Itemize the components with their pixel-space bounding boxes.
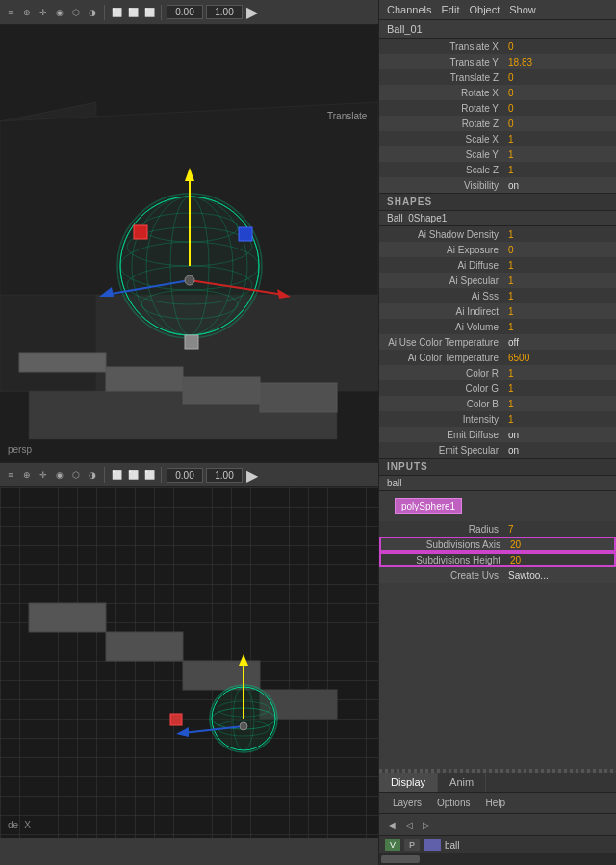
menu-icon-2[interactable]: ≡ (4, 468, 17, 482)
show-menu[interactable]: Show (509, 4, 536, 15)
options-subtab[interactable]: Options (429, 796, 477, 810)
edit-menu[interactable]: Edit (441, 4, 459, 15)
rotate-y-row: Rotate Y 0 (379, 100, 616, 116)
color-b-value: 1 (504, 399, 616, 409)
shapes-table: Ai Shadow Density 1 Ai Exposure 0 Ai Dif… (379, 226, 616, 458)
shapes-sub-header: Ball_0Shape1 (379, 211, 616, 226)
color-b-label: Color B (379, 399, 504, 409)
ai-diffuse-value: 1 (504, 260, 616, 271)
svg-marker-46 (239, 654, 248, 666)
shapes-header: SHAPES (379, 193, 616, 211)
scrollbar-thumb[interactable] (381, 855, 420, 863)
viewport-3d: Translate (0, 25, 378, 462)
shade-icon-2[interactable]: ◑ (86, 468, 99, 482)
move-icon[interactable]: ✛ (37, 6, 50, 19)
ai-specular-label: Ai Specular (379, 275, 504, 286)
svg-point-50 (240, 722, 247, 730)
select-icon[interactable]: ⊕ (20, 6, 34, 19)
svg-marker-48 (176, 727, 189, 737)
channels-menu[interactable]: Channels (387, 4, 431, 15)
color-b-row: Color B 1 (379, 396, 616, 411)
ai-exposure-value: 0 (504, 245, 616, 255)
camera-icon[interactable]: ◉ (53, 6, 66, 19)
num-input-4[interactable] (206, 468, 243, 483)
svg-rect-11 (183, 377, 260, 404)
intensity-label: Intensity (379, 414, 504, 425)
color-g-label: Color G (379, 383, 504, 394)
ai-volume-label: Ai Volume (379, 322, 504, 332)
radius-value: 7 (504, 524, 616, 535)
display-tab[interactable]: Display (379, 773, 438, 792)
render-icon-2[interactable]: ▶ (245, 468, 259, 482)
svg-point-34 (185, 275, 194, 285)
num-input-3[interactable] (167, 468, 203, 483)
wireframe-icon[interactable]: ⬡ (69, 6, 83, 19)
inputs-name: ball (379, 476, 616, 491)
inputs-header: INPUTS (379, 458, 616, 476)
color-r-label: Color R (379, 368, 504, 379)
visibility-value: on (504, 180, 616, 191)
tool1[interactable]: ⬜ (110, 6, 123, 19)
render-icon[interactable]: ▶ (245, 6, 259, 19)
scale-z-value: 1 (504, 165, 616, 175)
svg-rect-35 (29, 603, 106, 632)
help-subtab[interactable]: Help (477, 796, 513, 810)
scale-x-value: 1 (504, 134, 616, 144)
ai-sss-value: 1 (504, 291, 616, 301)
radius-row: Radius 7 (379, 521, 616, 537)
poly-sphere-button[interactable]: polySphere1 (395, 498, 462, 514)
shade-icon[interactable]: ◑ (86, 6, 99, 19)
radius-label: Radius (379, 524, 504, 535)
wireframe-icon-2[interactable]: ⬡ (69, 468, 83, 482)
object-menu[interactable]: Object (469, 4, 500, 15)
translate-y-value: 18.83 (504, 57, 616, 67)
ai-shadow-value: 1 (504, 229, 616, 240)
layers-subtab[interactable]: Layers (385, 796, 429, 810)
horizontal-scrollbar[interactable] (379, 853, 616, 865)
emit-specular-value: on (504, 445, 616, 456)
subdiv-height-value: 20 (506, 555, 614, 565)
tool6[interactable]: ⬜ (142, 468, 156, 482)
tool3[interactable]: ⬜ (142, 6, 156, 19)
ai-exposure-row: Ai Exposure 0 (379, 242, 616, 257)
layer-v-button[interactable]: V (385, 839, 400, 851)
move-icon-2[interactable]: ✛ (37, 468, 50, 482)
subdiv-height-label: Subdivisions Height (381, 555, 506, 565)
intensity-row: Intensity 1 (379, 411, 616, 427)
3d-scene: Translate (0, 25, 378, 462)
subdiv-axis-label: Subdivisions Axis (381, 539, 506, 550)
emit-specular-label: Emit Specular (379, 445, 504, 456)
num-input-1[interactable] (167, 5, 203, 19)
scale-y-value: 1 (504, 149, 616, 160)
rotate-x-label: Rotate X (379, 88, 504, 98)
right-scroll-area[interactable]: Translate X 0 Translate Y 18.83 Translat… (379, 39, 616, 769)
ai-indirect-label: Ai Indirect (379, 306, 504, 317)
layer-p-button[interactable]: P (404, 839, 420, 851)
tool5[interactable]: ⬜ (126, 468, 140, 482)
num-input-2[interactable] (206, 5, 243, 19)
rotate-z-label: Rotate Z (379, 118, 504, 129)
arrow-left2-icon[interactable]: ◁ (402, 818, 416, 831)
camera-icon-2[interactable]: ◉ (53, 468, 66, 482)
right-panel: Channels Edit Object Show Ball_01 Transl… (378, 0, 616, 865)
display-subtabs: Layers Options Help (379, 793, 616, 814)
menu-icon[interactable]: ≡ (4, 6, 17, 19)
anim-tab[interactable]: Anim (438, 773, 486, 792)
svg-rect-33 (185, 335, 198, 349)
sep2 (161, 5, 162, 20)
arrow-left-icon[interactable]: ◀ (385, 818, 398, 831)
tool2[interactable]: ⬜ (126, 6, 140, 19)
emit-specular-row: Emit Specular on (379, 442, 616, 458)
translate-x-row: Translate X 0 (379, 39, 616, 54)
sep1 (104, 5, 105, 20)
select-icon-2[interactable]: ⊕ (20, 468, 34, 482)
visibility-row: Visibility on (379, 177, 616, 193)
ai-use-color-temp-value: off (504, 337, 616, 348)
layer-item: V P ball (379, 836, 616, 853)
rotate-y-label: Rotate Y (379, 103, 504, 114)
arrow-right-icon[interactable]: ▷ (420, 818, 433, 831)
tool4[interactable]: ⬜ (110, 468, 123, 482)
color-g-row: Color G 1 (379, 380, 616, 396)
persp-label: persp (8, 444, 32, 455)
svg-rect-49 (170, 714, 182, 725)
